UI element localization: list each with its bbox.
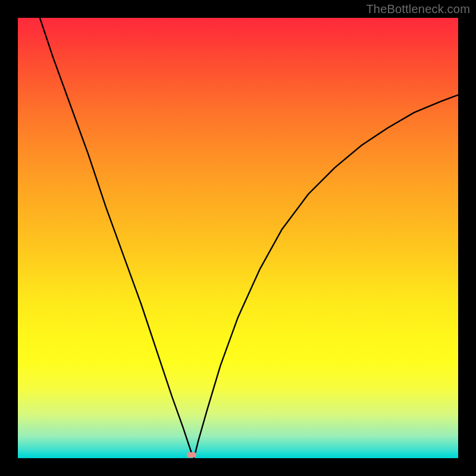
chart-frame: TheBottleneck.com <box>0 0 476 476</box>
plot-area <box>18 18 458 458</box>
watermark-text: TheBottleneck.com <box>366 2 470 16</box>
optimal-marker <box>187 452 196 458</box>
gradient-background <box>18 18 458 458</box>
